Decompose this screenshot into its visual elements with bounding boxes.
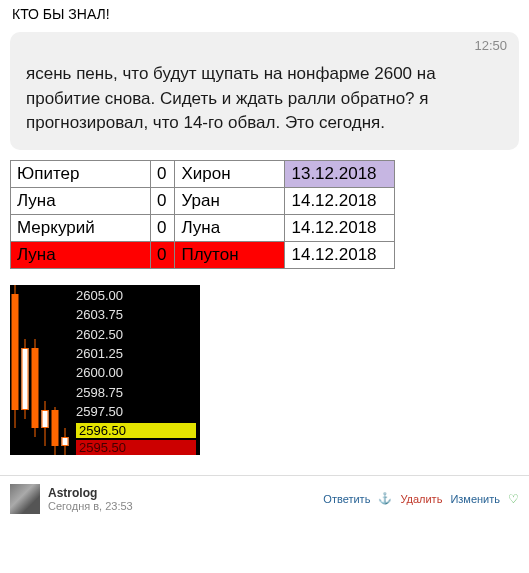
table-cell: 0 [151,160,175,187]
candle [21,285,29,455]
table-cell: 0 [151,214,175,241]
post-footer: Astrolog Сегодня в, 23:53 Ответить ⚓ Уда… [0,475,529,522]
post-actions: Ответить ⚓ Удалить Изменить ♡ [323,492,519,506]
candle [31,285,39,455]
table-row: Луна0Уран14.12.2018 [11,187,395,214]
axis-tick: 2595.50 [76,440,196,455]
axis-tick: 2601.25 [76,345,196,362]
candle [61,285,69,455]
like-icon[interactable]: ♡ [508,492,519,506]
table-cell: 13.12.2018 [285,160,395,187]
price-chart: 2605.002603.752602.502601.252600.002598.… [10,285,200,455]
chart-plot [10,285,70,455]
table-cell: Луна [11,241,151,268]
axis-tick: 2603.75 [76,306,196,323]
table-row: Юпитер0Хирон13.12.2018 [11,160,395,187]
post-time: Сегодня в, 23:53 [48,500,315,512]
quoted-message: 12:50 ясень пень, что будут щупать на но… [10,32,519,150]
delete-link[interactable]: Удалить [400,493,442,505]
axis-tick: 2600.00 [76,364,196,381]
axis-tick: 2596.50 [76,423,196,438]
table-cell: Хирон [175,160,285,187]
post-header: КТО БЫ ЗНАЛ! [0,0,529,32]
message-text: ясень пень, что будут щупать на нонфарме… [26,44,503,136]
author-name[interactable]: Astrolog [48,486,315,500]
table-cell: Плутон [175,241,285,268]
candle [51,285,59,455]
axis-tick: 2598.75 [76,384,196,401]
candle [41,285,49,455]
table-cell: Юпитер [11,160,151,187]
message-time: 12:50 [474,38,507,53]
reply-link[interactable]: Ответить [323,493,370,505]
table-cell: Луна [175,214,285,241]
table-cell: Уран [175,187,285,214]
anchor-icon[interactable]: ⚓ [378,492,392,505]
axis-tick: 2605.00 [76,287,196,304]
table-row: Луна0Плутон14.12.2018 [11,241,395,268]
table-cell: 0 [151,187,175,214]
axis-tick: 2597.50 [76,403,196,420]
table-cell: Луна [11,187,151,214]
table-cell: 14.12.2018 [285,187,395,214]
axis-tick: 2602.50 [76,326,196,343]
astro-table: Юпитер0Хирон13.12.2018Луна0Уран14.12.201… [10,160,395,269]
table-row: Меркурий0Луна14.12.2018 [11,214,395,241]
table-cell: 14.12.2018 [285,214,395,241]
avatar[interactable] [10,484,40,514]
edit-link[interactable]: Изменить [450,493,500,505]
chart-y-axis: 2605.002603.752602.502601.252600.002598.… [70,285,200,455]
table-cell: 14.12.2018 [285,241,395,268]
table-cell: 0 [151,241,175,268]
candle [11,285,19,455]
table-cell: Меркурий [11,214,151,241]
